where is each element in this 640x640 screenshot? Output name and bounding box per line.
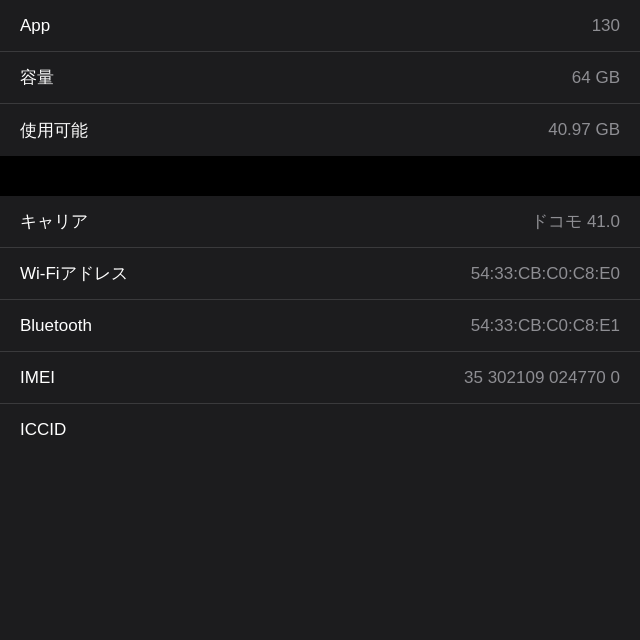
settings-list: App 130 容量 64 GB 使用可能 40.97 GB キャリア ドコモ … bbox=[0, 0, 640, 456]
bluetooth-value: 54:33:CB:C0:C8:E1 bbox=[471, 316, 620, 336]
bluetooth-label: Bluetooth bbox=[20, 316, 92, 336]
imei-value: 35 302109 024770 0 bbox=[464, 368, 620, 388]
available-row: 使用可能 40.97 GB bbox=[0, 104, 640, 156]
top-section: App 130 容量 64 GB 使用可能 40.97 GB bbox=[0, 0, 640, 156]
available-label: 使用可能 bbox=[20, 119, 88, 142]
iccid-row: ICCID bbox=[0, 404, 640, 456]
app-label: App bbox=[20, 16, 50, 36]
wifi-address-row: Wi-Fiアドレス 54:33:CB:C0:C8:E0 bbox=[0, 248, 640, 300]
capacity-value: 64 GB bbox=[572, 68, 620, 88]
bluetooth-row: Bluetooth 54:33:CB:C0:C8:E1 bbox=[0, 300, 640, 352]
iccid-label: ICCID bbox=[20, 420, 66, 440]
wifi-address-label: Wi-Fiアドレス bbox=[20, 262, 128, 285]
imei-row: IMEI 35 302109 024770 0 bbox=[0, 352, 640, 404]
app-value: 130 bbox=[592, 16, 620, 36]
available-value: 40.97 GB bbox=[548, 120, 620, 140]
carrier-label: キャリア bbox=[20, 210, 88, 233]
capacity-label: 容量 bbox=[20, 66, 54, 89]
bottom-section: キャリア ドコモ 41.0 Wi-Fiアドレス 54:33:CB:C0:C8:E… bbox=[0, 196, 640, 456]
app-row: App 130 bbox=[0, 0, 640, 52]
section-divider bbox=[0, 156, 640, 196]
carrier-row: キャリア ドコモ 41.0 bbox=[0, 196, 640, 248]
carrier-value: ドコモ 41.0 bbox=[531, 210, 620, 233]
wifi-address-value: 54:33:CB:C0:C8:E0 bbox=[471, 264, 620, 284]
imei-label: IMEI bbox=[20, 368, 55, 388]
capacity-row: 容量 64 GB bbox=[0, 52, 640, 104]
